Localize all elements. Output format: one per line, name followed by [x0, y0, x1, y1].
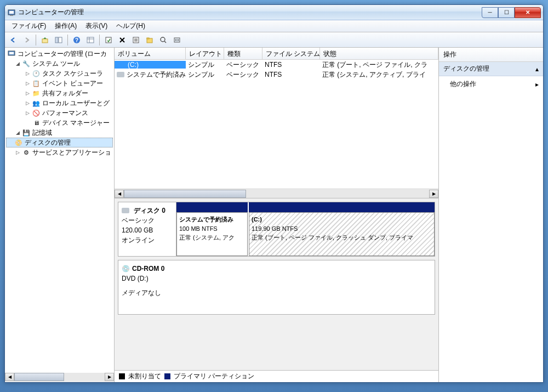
up-button[interactable]: [39, 34, 51, 46]
forward-button[interactable]: [21, 34, 33, 46]
titlebar[interactable]: コンピューターの管理 ─ ☐ ✕: [5, 5, 543, 20]
search-button[interactable]: [157, 34, 169, 46]
tree-shared-folders[interactable]: ▷ 📁 共有フォルダー: [6, 88, 113, 98]
close-button[interactable]: ✕: [515, 7, 541, 18]
svg-rect-5: [59, 37, 62, 43]
expand-icon[interactable]: ▷: [25, 100, 31, 106]
cdrom-0[interactable]: 💿CD-ROM 0 DVD (D:) メディアなし: [118, 260, 435, 315]
svg-rect-8: [87, 37, 94, 43]
back-button[interactable]: [7, 34, 19, 46]
col-type[interactable]: 種類: [224, 48, 262, 59]
minimize-button[interactable]: ─: [482, 7, 498, 18]
expand-icon[interactable]: ▷: [25, 90, 31, 96]
collapse-icon[interactable]: ◢: [15, 130, 21, 136]
col-layout[interactable]: レイアウト: [186, 48, 224, 59]
volume-row[interactable]: (C:) シンプル ベーシック NTFS 正常 (ブート, ページ ファイル, …: [115, 60, 438, 70]
part-status: 正常 (システム, アク: [179, 233, 245, 242]
delete-button[interactable]: [116, 34, 128, 46]
cell-fs: NTFS: [262, 71, 320, 78]
svg-rect-17: [147, 38, 149, 39]
disk-icon: 📀: [14, 138, 23, 147]
tree-services[interactable]: ▷ ⚙ サービスとアプリケーショ: [6, 147, 113, 157]
expand-icon[interactable]: ▷: [25, 71, 31, 77]
disk-title: ディスク 0: [122, 206, 173, 215]
menu-help[interactable]: ヘルプ(H): [112, 20, 150, 32]
tree-performance[interactable]: ▷ 🚫 パフォーマンス: [6, 108, 113, 118]
show-hide-button[interactable]: [53, 34, 65, 46]
menu-action[interactable]: 操作(A): [50, 20, 81, 32]
toolbar: ?: [5, 32, 543, 48]
actions-section[interactable]: ディスクの管理 ▴: [439, 62, 543, 76]
partition-c[interactable]: (C:) 119.90 GB NTFS 正常 (ブート, ページ ファイル, ク…: [249, 212, 435, 256]
tree-task-scheduler[interactable]: ▷ 🕐 タスク スケジューラ: [6, 69, 113, 78]
drive-letter: DVD (D:): [122, 274, 173, 283]
scroll-track[interactable]: [124, 190, 429, 198]
volume-row[interactable]: システムで予約済み シンプル ベーシック NTFS 正常 (システム, アクティ…: [115, 70, 438, 79]
partition-header: [176, 202, 248, 212]
scroll-right-button[interactable]: ▶: [105, 373, 114, 381]
scroll-right-button[interactable]: ▶: [429, 190, 438, 198]
main-content: ボリューム レイアウト 種類 ファイル システム 状態 (C:) シンプル ベー…: [115, 48, 439, 382]
tree-system-tools[interactable]: ◢ 🔧 システム ツール: [6, 59, 113, 69]
services-icon: ⚙: [22, 148, 31, 157]
maximize-button[interactable]: ☐: [498, 7, 515, 18]
col-volume[interactable]: ボリューム: [115, 48, 186, 59]
perf-icon: 🚫: [32, 109, 41, 117]
tree-device-manager[interactable]: 🖥 デバイス マネージャー: [6, 118, 113, 128]
navigation-tree: コンピューターの管理 (ローカ ◢ 🔧 システム ツール ▷ 🕐 タスク スケジ…: [5, 48, 115, 382]
storage-icon: 💾: [22, 128, 31, 137]
collapse-icon[interactable]: ◢: [15, 61, 21, 67]
volume-header-row: ボリューム レイアウト 種類 ファイル システム 状態: [115, 48, 438, 60]
disk-0[interactable]: ディスク 0 ベーシック 120.00 GB オンライン: [118, 202, 435, 257]
svg-rect-2: [10, 15, 13, 16]
window-title: コンピューターの管理: [18, 8, 482, 17]
properties-button[interactable]: [130, 34, 142, 46]
expand-icon[interactable]: ▷: [15, 150, 21, 156]
tree-scrollbar[interactable]: ◀ ▶: [5, 373, 114, 382]
svg-rect-20: [174, 38, 180, 42]
col-filesystem[interactable]: ファイル システム: [262, 48, 320, 59]
cell-status: 正常 (ブート, ページ ファイル, クラ: [320, 60, 438, 70]
view-mode-button[interactable]: [84, 34, 96, 46]
settings-button[interactable]: [171, 34, 183, 46]
scroll-left-button[interactable]: ◀: [5, 373, 14, 381]
disk-info: ディスク 0 ベーシック 120.00 GB オンライン: [118, 202, 176, 256]
folder-button[interactable]: [144, 34, 156, 46]
col-status[interactable]: 状態: [320, 48, 438, 59]
separator: [99, 35, 100, 46]
computer-management-window: コンピューターの管理 ─ ☐ ✕ ファイル(F) 操作(A) 表示(V) ヘルプ…: [4, 4, 544, 383]
tools-icon: 🔧: [22, 59, 31, 68]
tree-event-viewer[interactable]: ▷ 📋 イベント ビューアー: [6, 78, 113, 88]
scroll-track[interactable]: [14, 373, 105, 381]
submenu-icon: ▸: [535, 81, 539, 88]
volume-scrollbar[interactable]: ◀ ▶: [115, 189, 438, 198]
computer-icon: [7, 49, 16, 58]
scroll-left-button[interactable]: ◀: [115, 190, 124, 198]
svg-rect-3: [42, 39, 48, 43]
scroll-thumb[interactable]: [14, 373, 64, 381]
help-button[interactable]: ?: [71, 34, 83, 46]
separator: [67, 35, 68, 46]
more-actions[interactable]: 他の操作 ▸: [439, 76, 543, 92]
tree-disk-management[interactable]: 📀 ディスクの管理: [6, 138, 113, 147]
content-area: コンピューターの管理 (ローカ ◢ 🔧 システム ツール ▷ 🕐 タスク スケジ…: [5, 48, 543, 382]
cdrom-icon: 💿: [122, 264, 130, 274]
tree-label: ディスクの管理: [25, 138, 71, 147]
legend-unallocated-label: 未割り当て: [128, 372, 161, 381]
media-status: メディアなし: [122, 288, 173, 298]
cell-volume: システムで予約済み: [115, 70, 186, 79]
expand-icon[interactable]: ▷: [25, 81, 31, 87]
scroll-thumb[interactable]: [124, 190, 246, 198]
device-icon: 🖥: [32, 118, 41, 127]
tree-root[interactable]: コンピューターの管理 (ローカ: [6, 49, 113, 59]
refresh-button[interactable]: [102, 34, 115, 46]
menu-file[interactable]: ファイル(F): [7, 20, 50, 32]
tree-storage[interactable]: ◢ 💾 記憶域: [6, 128, 113, 138]
menu-view[interactable]: 表示(V): [81, 20, 112, 32]
collapse-icon: ▴: [535, 65, 539, 73]
expand-icon[interactable]: ▷: [25, 110, 31, 116]
spacer: [7, 140, 13, 146]
disk-graphical-view: ディスク 0 ベーシック 120.00 GB オンライン: [115, 198, 438, 370]
tree-local-users[interactable]: ▷ 👥 ローカル ユーザーとグ: [6, 98, 113, 108]
partition-system-reserved[interactable]: システムで予約済み 100 MB NTFS 正常 (システム, アク: [176, 212, 248, 256]
